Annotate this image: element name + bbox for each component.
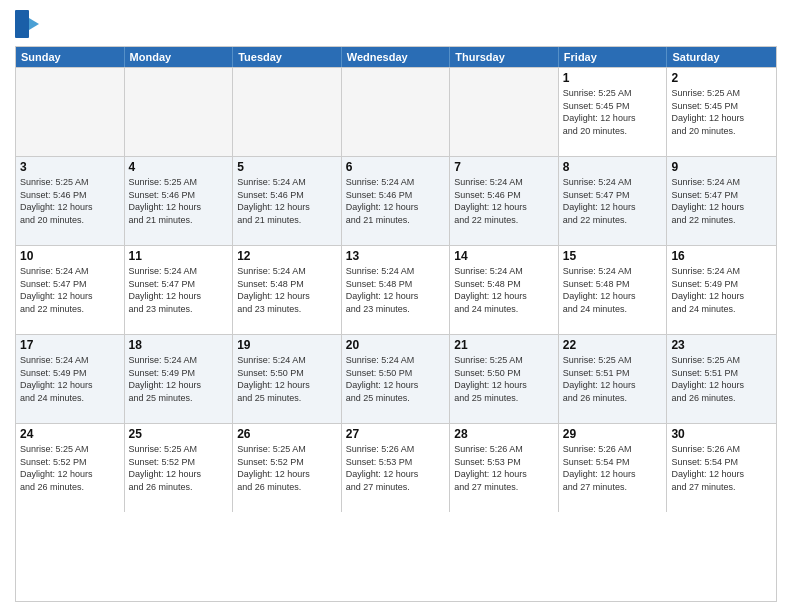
calendar-cell: 19Sunrise: 5:24 AM Sunset: 5:50 PM Dayli… (233, 335, 342, 423)
day-number: 30 (671, 427, 772, 441)
day-info: Sunrise: 5:25 AM Sunset: 5:50 PM Dayligh… (454, 354, 554, 404)
day-info: Sunrise: 5:25 AM Sunset: 5:52 PM Dayligh… (20, 443, 120, 493)
calendar-cell: 7Sunrise: 5:24 AM Sunset: 5:46 PM Daylig… (450, 157, 559, 245)
day-number: 25 (129, 427, 229, 441)
header-day-friday: Friday (559, 47, 668, 67)
calendar: SundayMondayTuesdayWednesdayThursdayFrid… (15, 46, 777, 602)
calendar-cell: 17Sunrise: 5:24 AM Sunset: 5:49 PM Dayli… (16, 335, 125, 423)
calendar-cell: 25Sunrise: 5:25 AM Sunset: 5:52 PM Dayli… (125, 424, 234, 512)
calendar-cell: 1Sunrise: 5:25 AM Sunset: 5:45 PM Daylig… (559, 68, 668, 156)
day-info: Sunrise: 5:24 AM Sunset: 5:49 PM Dayligh… (20, 354, 120, 404)
calendar-cell (450, 68, 559, 156)
day-number: 28 (454, 427, 554, 441)
calendar-cell: 3Sunrise: 5:25 AM Sunset: 5:46 PM Daylig… (16, 157, 125, 245)
day-info: Sunrise: 5:24 AM Sunset: 5:49 PM Dayligh… (671, 265, 772, 315)
logo (15, 10, 43, 40)
header-day-thursday: Thursday (450, 47, 559, 67)
calendar-cell: 5Sunrise: 5:24 AM Sunset: 5:46 PM Daylig… (233, 157, 342, 245)
calendar-cell: 30Sunrise: 5:26 AM Sunset: 5:54 PM Dayli… (667, 424, 776, 512)
day-number: 2 (671, 71, 772, 85)
calendar-cell (233, 68, 342, 156)
calendar-cell: 15Sunrise: 5:24 AM Sunset: 5:48 PM Dayli… (559, 246, 668, 334)
calendar-cell: 16Sunrise: 5:24 AM Sunset: 5:49 PM Dayli… (667, 246, 776, 334)
day-info: Sunrise: 5:24 AM Sunset: 5:50 PM Dayligh… (237, 354, 337, 404)
header-day-sunday: Sunday (16, 47, 125, 67)
day-info: Sunrise: 5:25 AM Sunset: 5:46 PM Dayligh… (129, 176, 229, 226)
day-info: Sunrise: 5:24 AM Sunset: 5:48 PM Dayligh… (454, 265, 554, 315)
day-number: 9 (671, 160, 772, 174)
calendar-cell: 6Sunrise: 5:24 AM Sunset: 5:46 PM Daylig… (342, 157, 451, 245)
day-info: Sunrise: 5:25 AM Sunset: 5:51 PM Dayligh… (671, 354, 772, 404)
day-info: Sunrise: 5:24 AM Sunset: 5:48 PM Dayligh… (237, 265, 337, 315)
calendar-cell: 23Sunrise: 5:25 AM Sunset: 5:51 PM Dayli… (667, 335, 776, 423)
day-number: 8 (563, 160, 663, 174)
day-number: 26 (237, 427, 337, 441)
calendar-cell: 13Sunrise: 5:24 AM Sunset: 5:48 PM Dayli… (342, 246, 451, 334)
day-number: 17 (20, 338, 120, 352)
day-info: Sunrise: 5:24 AM Sunset: 5:50 PM Dayligh… (346, 354, 446, 404)
day-number: 27 (346, 427, 446, 441)
day-number: 20 (346, 338, 446, 352)
calendar-row-1: 3Sunrise: 5:25 AM Sunset: 5:46 PM Daylig… (16, 156, 776, 245)
calendar-row-3: 17Sunrise: 5:24 AM Sunset: 5:49 PM Dayli… (16, 334, 776, 423)
day-info: Sunrise: 5:26 AM Sunset: 5:53 PM Dayligh… (346, 443, 446, 493)
day-number: 24 (20, 427, 120, 441)
day-info: Sunrise: 5:26 AM Sunset: 5:53 PM Dayligh… (454, 443, 554, 493)
day-info: Sunrise: 5:24 AM Sunset: 5:49 PM Dayligh… (129, 354, 229, 404)
calendar-cell: 29Sunrise: 5:26 AM Sunset: 5:54 PM Dayli… (559, 424, 668, 512)
calendar-cell: 14Sunrise: 5:24 AM Sunset: 5:48 PM Dayli… (450, 246, 559, 334)
calendar-cell: 8Sunrise: 5:24 AM Sunset: 5:47 PM Daylig… (559, 157, 668, 245)
day-info: Sunrise: 5:24 AM Sunset: 5:47 PM Dayligh… (563, 176, 663, 226)
day-number: 7 (454, 160, 554, 174)
day-info: Sunrise: 5:24 AM Sunset: 5:47 PM Dayligh… (129, 265, 229, 315)
day-info: Sunrise: 5:26 AM Sunset: 5:54 PM Dayligh… (671, 443, 772, 493)
calendar-body: 1Sunrise: 5:25 AM Sunset: 5:45 PM Daylig… (16, 67, 776, 512)
calendar-cell (125, 68, 234, 156)
day-number: 3 (20, 160, 120, 174)
day-info: Sunrise: 5:25 AM Sunset: 5:45 PM Dayligh… (563, 87, 663, 137)
calendar-cell (16, 68, 125, 156)
calendar-cell: 18Sunrise: 5:24 AM Sunset: 5:49 PM Dayli… (125, 335, 234, 423)
page: SundayMondayTuesdayWednesdayThursdayFrid… (0, 0, 792, 612)
day-number: 23 (671, 338, 772, 352)
day-number: 14 (454, 249, 554, 263)
day-number: 1 (563, 71, 663, 85)
day-info: Sunrise: 5:26 AM Sunset: 5:54 PM Dayligh… (563, 443, 663, 493)
header-day-monday: Monday (125, 47, 234, 67)
calendar-cell: 22Sunrise: 5:25 AM Sunset: 5:51 PM Dayli… (559, 335, 668, 423)
calendar-row-4: 24Sunrise: 5:25 AM Sunset: 5:52 PM Dayli… (16, 423, 776, 512)
day-info: Sunrise: 5:24 AM Sunset: 5:48 PM Dayligh… (563, 265, 663, 315)
day-number: 11 (129, 249, 229, 263)
calendar-cell: 28Sunrise: 5:26 AM Sunset: 5:53 PM Dayli… (450, 424, 559, 512)
day-info: Sunrise: 5:24 AM Sunset: 5:46 PM Dayligh… (237, 176, 337, 226)
day-number: 13 (346, 249, 446, 263)
calendar-row-2: 10Sunrise: 5:24 AM Sunset: 5:47 PM Dayli… (16, 245, 776, 334)
day-info: Sunrise: 5:24 AM Sunset: 5:46 PM Dayligh… (454, 176, 554, 226)
calendar-cell: 21Sunrise: 5:25 AM Sunset: 5:50 PM Dayli… (450, 335, 559, 423)
day-number: 16 (671, 249, 772, 263)
day-info: Sunrise: 5:25 AM Sunset: 5:46 PM Dayligh… (20, 176, 120, 226)
day-info: Sunrise: 5:24 AM Sunset: 5:48 PM Dayligh… (346, 265, 446, 315)
day-info: Sunrise: 5:25 AM Sunset: 5:45 PM Dayligh… (671, 87, 772, 137)
calendar-cell: 12Sunrise: 5:24 AM Sunset: 5:48 PM Dayli… (233, 246, 342, 334)
logo-icon (15, 10, 39, 40)
header (15, 10, 777, 40)
day-number: 5 (237, 160, 337, 174)
day-info: Sunrise: 5:24 AM Sunset: 5:47 PM Dayligh… (671, 176, 772, 226)
day-number: 15 (563, 249, 663, 263)
header-day-wednesday: Wednesday (342, 47, 451, 67)
calendar-cell: 9Sunrise: 5:24 AM Sunset: 5:47 PM Daylig… (667, 157, 776, 245)
day-info: Sunrise: 5:24 AM Sunset: 5:46 PM Dayligh… (346, 176, 446, 226)
day-info: Sunrise: 5:25 AM Sunset: 5:52 PM Dayligh… (129, 443, 229, 493)
day-number: 10 (20, 249, 120, 263)
day-info: Sunrise: 5:25 AM Sunset: 5:51 PM Dayligh… (563, 354, 663, 404)
day-number: 29 (563, 427, 663, 441)
calendar-cell (342, 68, 451, 156)
calendar-cell: 10Sunrise: 5:24 AM Sunset: 5:47 PM Dayli… (16, 246, 125, 334)
day-number: 18 (129, 338, 229, 352)
calendar-cell: 26Sunrise: 5:25 AM Sunset: 5:52 PM Dayli… (233, 424, 342, 512)
calendar-row-0: 1Sunrise: 5:25 AM Sunset: 5:45 PM Daylig… (16, 67, 776, 156)
day-info: Sunrise: 5:24 AM Sunset: 5:47 PM Dayligh… (20, 265, 120, 315)
header-day-tuesday: Tuesday (233, 47, 342, 67)
day-number: 6 (346, 160, 446, 174)
